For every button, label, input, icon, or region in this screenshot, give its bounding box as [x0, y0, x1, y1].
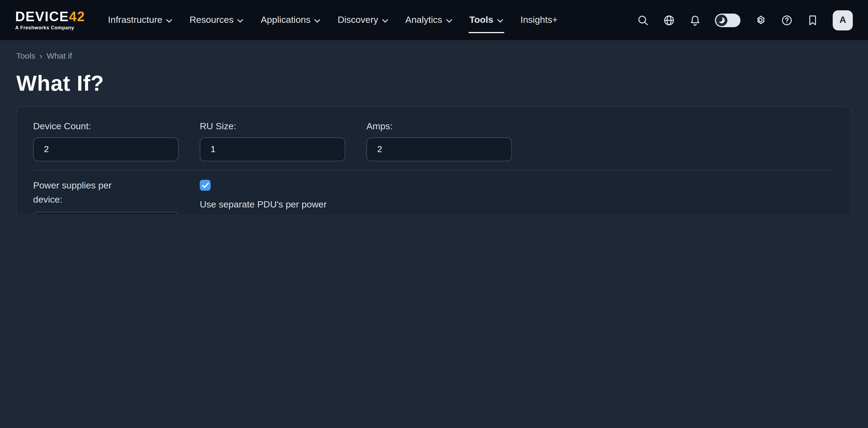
device42-logo[interactable]: DEVICE42 A Freshworks Company: [15, 10, 85, 30]
nav-item-tools[interactable]: Tools: [461, 0, 512, 40]
ru-size-label: RU Size:: [200, 121, 345, 132]
bookmark-icon[interactable]: [807, 14, 818, 26]
page-content: Tools › What if What If? Device Count: R…: [0, 40, 868, 214]
power-supplies-label: Power supplies per device:: [33, 179, 128, 206]
chevron-down-icon: [166, 19, 172, 23]
nav-item-label: Analytics: [405, 15, 442, 26]
device-count-label: Device Count:: [33, 121, 179, 132]
breadcrumb-separator: ›: [40, 51, 42, 60]
nav-item-analytics[interactable]: Analytics: [397, 0, 461, 40]
page: DEVICE42 A Freshworks Company Infrastruc…: [0, 0, 868, 214]
amps-label: Amps:: [366, 121, 512, 132]
help-icon[interactable]: [781, 14, 793, 26]
navbar-actions: A: [637, 10, 853, 30]
nav-item-insights[interactable]: Insights+: [512, 0, 566, 40]
separate-pdu-checkbox-1[interactable]: [200, 180, 211, 191]
nav-item-label: Tools: [469, 15, 493, 26]
ru-size-field-1: RU Size:: [200, 121, 345, 161]
theme-toggle-knob: [716, 15, 727, 26]
nav-item-discovery[interactable]: Discovery: [329, 0, 397, 40]
nav-item-resources[interactable]: Resources: [181, 0, 252, 40]
settings-gear-icon[interactable]: [754, 14, 767, 26]
breadcrumb: Tools › What if: [16, 51, 852, 60]
top-navbar: DEVICE42 A Freshworks Company Infrastruc…: [0, 0, 868, 40]
theme-toggle[interactable]: [715, 13, 740, 27]
chevron-down-icon: [238, 19, 244, 23]
page-title: What If?: [16, 71, 852, 95]
amps-input-1[interactable]: [366, 137, 512, 161]
nav-item-infrastructure[interactable]: Infrastructure: [99, 0, 181, 40]
chevron-down-icon: [446, 19, 452, 23]
logo-tagline: A Freshworks Company: [15, 25, 85, 30]
nav-item-label: Insights+: [520, 15, 558, 26]
nav-item-label: Applications: [261, 15, 310, 26]
nav-item-applications[interactable]: Applications: [252, 0, 329, 40]
separate-pdu-label: Use separate PDU's per power supply: [200, 198, 338, 214]
breadcrumb-tools[interactable]: Tools: [16, 51, 35, 60]
what-if-form-card: Device Count: RU Size: Amps: Power suppl…: [16, 107, 852, 214]
logo-text-primary: DEVICE: [15, 9, 69, 24]
chevron-down-icon: [497, 19, 503, 23]
separate-pdu-group-1: Use separate PDU's per power supply: [200, 179, 345, 214]
form-row-2: Power supplies per device: Use separate …: [33, 179, 835, 214]
search-icon[interactable]: [637, 14, 649, 26]
nav-item-label: Infrastructure: [108, 15, 162, 26]
avatar-initial: A: [839, 15, 846, 26]
power-supplies-input-1[interactable]: [33, 212, 179, 214]
device-count-field-1: Device Count:: [33, 121, 179, 161]
logo-text-accent: 42: [69, 9, 85, 24]
user-avatar[interactable]: A: [833, 10, 853, 30]
chevron-down-icon: [382, 19, 388, 23]
ru-size-input-1[interactable]: [200, 137, 345, 161]
notifications-bell-icon[interactable]: [689, 14, 701, 26]
chevron-down-icon: [314, 19, 320, 23]
globe-icon[interactable]: [663, 14, 675, 26]
amps-field-1: Amps:: [366, 121, 512, 161]
device-count-input-1[interactable]: [33, 137, 179, 161]
form-row-1: Device Count: RU Size: Amps:: [33, 121, 835, 161]
main-nav: Infrastructure Resources Applications Di…: [99, 0, 566, 40]
logo-wordmark: DEVICE42: [15, 10, 85, 23]
nav-item-label: Discovery: [338, 15, 378, 26]
divider: [33, 170, 835, 171]
nav-item-label: Resources: [189, 15, 234, 26]
power-supplies-field-1: Power supplies per device:: [33, 179, 179, 214]
breadcrumb-what-if[interactable]: What if: [47, 51, 72, 60]
check-icon: [202, 182, 209, 188]
moon-icon: [719, 17, 725, 23]
